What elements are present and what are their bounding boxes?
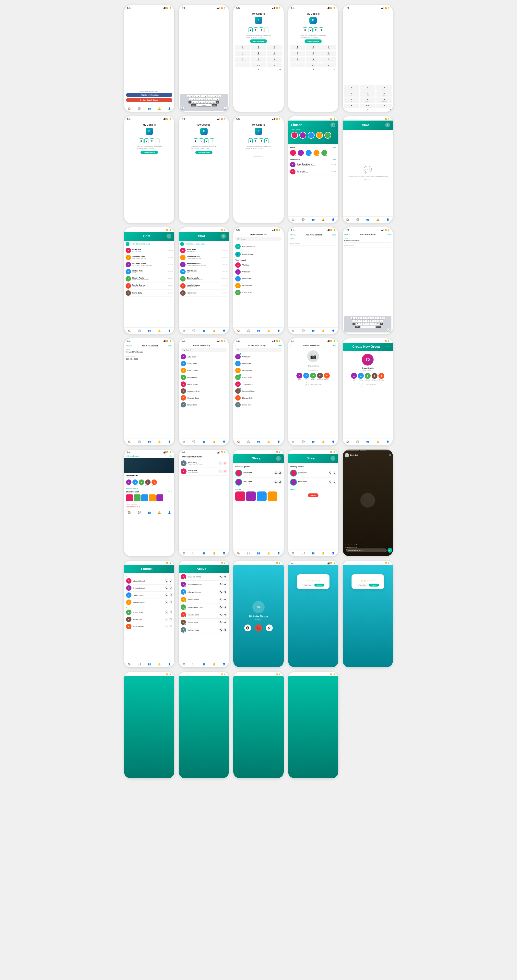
key-G[interactable]: G <box>366 320 369 322</box>
back-btn[interactable]: ‹ Group Details <box>126 455 139 457</box>
key-A[interactable]: A <box>352 320 355 322</box>
contact-item[interactable]: C ✓ Candowat Singh <box>235 388 282 395</box>
key-M[interactable]: M <box>213 101 216 103</box>
key-mic[interactable]: 🎤 <box>387 329 390 331</box>
add-new-contact-btn[interactable]: + Add New Contact <box>235 243 282 250</box>
call-icon[interactable]: 📞 <box>274 480 278 484</box>
back-btn[interactable]: ‹ <box>181 344 181 347</box>
key-delete[interactable]: ⌫ <box>216 101 219 103</box>
key-star[interactable]: * <box>290 63 305 67</box>
call-icon[interactable]: 📞 <box>329 480 332 484</box>
chat-item[interactable]: S Syam Chandhaaru Yeah, That's what I'm … <box>290 161 336 168</box>
chat-item[interactable]: T Tommaso Keith I like to work with you.… <box>180 254 227 261</box>
nav-icon-4[interactable]: 👤 <box>277 551 281 555</box>
key-F[interactable]: F <box>199 98 202 100</box>
call-friend-icon[interactable]: 📞 <box>165 579 168 582</box>
numpad-settings[interactable]: ⚙ <box>390 109 391 111</box>
new-chat-icon[interactable]: + <box>180 242 184 246</box>
back-btn[interactable]: ‹ <box>346 345 346 348</box>
numpad-key-9[interactable]: 9undefined <box>376 97 392 103</box>
add-participants[interactable]: + + Add Participants <box>359 383 376 387</box>
contact-item[interactable]: A Azimu Islam <box>181 360 227 367</box>
key-5[interactable]: 5MNO <box>306 51 321 56</box>
nav-icon-1[interactable]: 💬 <box>192 440 196 444</box>
nav-icon-0[interactable]: 🏠 <box>182 329 186 333</box>
story-item[interactable]: Hailey <box>308 132 314 141</box>
otp-digit-2[interactable]: 8 <box>259 27 263 32</box>
accept-btn[interactable]: ✓ <box>218 469 222 473</box>
story-item[interactable]: Gabrielle <box>291 132 298 141</box>
key-3[interactable]: 3GHI <box>267 45 282 50</box>
key-hash[interactable]: # <box>267 63 282 67</box>
nav-icon-0[interactable]: 🏠 <box>346 440 350 444</box>
otp-digit-0[interactable]: 2 <box>303 27 307 32</box>
nav-icon-1[interactable]: 💬 <box>301 329 305 333</box>
contact-item[interactable]: C Candowat Singh <box>181 388 227 395</box>
key-S[interactable]: S <box>356 320 359 322</box>
key-shift[interactable]: ⇧ <box>189 101 192 103</box>
rate-later-btn[interactable]: Rate Now <box>302 584 313 587</box>
key-shift[interactable]: ⇧ <box>352 323 355 325</box>
nav-icon-4[interactable]: 👤 <box>277 329 281 333</box>
next-btn[interactable]: Next <box>386 346 390 347</box>
nav-icon-3[interactable]: 🔔 <box>376 218 380 222</box>
numpad-key-3[interactable]: 3GHI <box>376 85 392 91</box>
key-I[interactable]: I <box>375 317 378 319</box>
contact-item[interactable]: B Babli Akhlima <box>235 282 282 289</box>
active-item[interactable]: R Rabeya Akzhal 📞 📹 <box>179 596 229 603</box>
key-settings[interactable]: ⚙ <box>334 68 335 70</box>
nav-icon-4[interactable]: 👤 <box>167 440 171 444</box>
key-L[interactable]: L <box>380 320 383 322</box>
active-item[interactable]: R Rahikun Aktar Eman 📞 📹 <box>179 603 229 611</box>
create-group-btn[interactable]: 👥 Create Group <box>235 250 282 258</box>
chat-item[interactable]: H Hamel Sally 9:41 PM <box>180 290 227 297</box>
room-1[interactable] <box>246 492 256 501</box>
otp-digit-1[interactable]: 5 <box>199 138 203 143</box>
key-Z[interactable]: Z <box>356 323 359 325</box>
signup-google-button[interactable]: G Sign Up with Google <box>126 98 172 102</box>
key-N[interactable]: N <box>209 101 212 103</box>
nav-icon-3[interactable]: 🔔 <box>212 329 216 333</box>
nav-icon-2[interactable]: 👥 <box>202 551 206 555</box>
chat-item[interactable]: W Wioleta Jade oke it 10:11 PM <box>125 268 173 275</box>
nav-icon-1[interactable]: 💬 <box>356 218 360 222</box>
decline-btn[interactable]: ✗ <box>223 469 227 473</box>
call-friend-icon[interactable]: 📞 <box>165 600 168 604</box>
key-S[interactable]: S <box>192 98 195 100</box>
story-add-icon[interactable]: + <box>276 456 281 461</box>
chat-item[interactable]: M Maria Jade are you there??? 10:41 PM <box>125 247 173 254</box>
video-active-icon[interactable]: 📹 <box>224 575 227 578</box>
nav-icon-0[interactable]: 🏠 <box>291 218 295 222</box>
chat-friend-icon[interactable]: 💬 <box>169 593 172 597</box>
key-C[interactable]: C <box>363 323 366 325</box>
otp-digit-3[interactable]: 4 <box>210 138 214 143</box>
decline-btn[interactable]: ✗ <box>223 461 227 465</box>
call-active-icon[interactable]: 📞 <box>219 613 223 616</box>
nav-icon-1[interactable]: 💬 <box>137 662 141 666</box>
mute-btn[interactable]: 🔇 <box>244 625 251 632</box>
mobile-value[interactable] <box>344 247 392 247</box>
add-icon[interactable]: + <box>385 123 390 127</box>
chat-friend-icon[interactable]: 💬 <box>169 618 172 621</box>
active-item[interactable]: J Jukenya Squeem 📞 📹 <box>179 588 229 596</box>
friend-item[interactable]: M Mishkat Ahmed 📞 💬 <box>126 578 172 585</box>
call-icon[interactable]: 📞 <box>274 471 278 475</box>
key-H[interactable]: H <box>206 98 209 100</box>
next-btn[interactable]: Next <box>333 344 336 346</box>
video-icon[interactable]: 📹 <box>278 471 282 475</box>
numpad-key-1[interactable]: 1ABC <box>344 85 359 91</box>
active-item[interactable]: J Jackieno Askiq 📞 📹 <box>179 626 229 634</box>
numpad-key-6[interactable]: 6PQRS <box>376 91 392 97</box>
chat-friend-icon[interactable]: 💬 <box>169 611 172 614</box>
key-7[interactable]: 7TUV <box>290 57 305 62</box>
call-active-icon[interactable]: 📞 <box>219 590 223 593</box>
start-messaging-btn[interactable]: Start Messaging <box>250 40 267 43</box>
chat-item[interactable]: A Andreone Ruello Do you want to work wi… <box>180 261 227 268</box>
video-active-icon[interactable]: 📹 <box>224 598 227 601</box>
key-5[interactable]: 5MNO <box>251 51 266 56</box>
group-avatar[interactable]: 📷 <box>307 350 319 362</box>
chat-item[interactable]: N Nagella Sharma Where you long ? 9:51 P… <box>125 283 173 290</box>
save-btn[interactable]: Save <box>168 345 172 347</box>
key-return[interactable]: Return <box>212 104 217 106</box>
call-icon[interactable]: 📞 <box>329 471 332 475</box>
